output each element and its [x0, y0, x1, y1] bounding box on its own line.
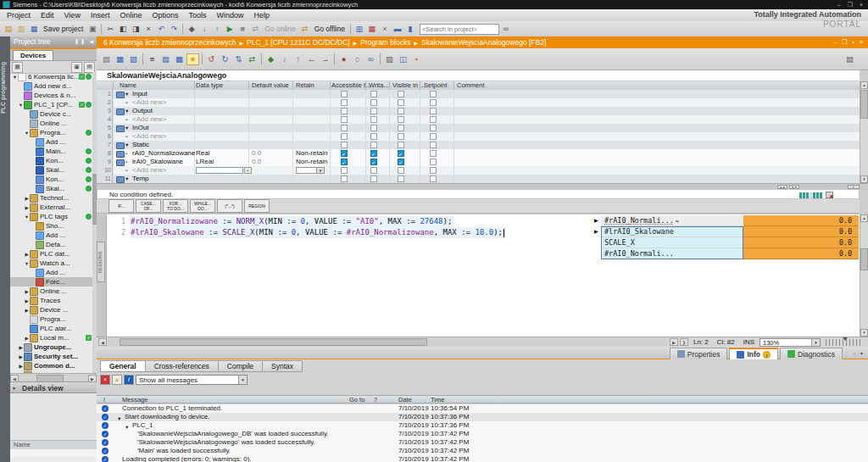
- delete-icon[interactable]: ×: [142, 24, 154, 35]
- tab-devices[interactable]: Devices: [13, 50, 53, 60]
- interface-row-lrai0-skalowane[interactable]: 9▪lrAI0_SkalowaneLReal0.0Non-retain: [97, 158, 860, 166]
- visible-checkbox[interactable]: [398, 125, 404, 131]
- open-project-icon[interactable]: ▥: [15, 24, 27, 35]
- snippet-button-while-do[interactable]: WHILE...DO...: [190, 199, 215, 213]
- snippet-button-case-of[interactable]: CASE...OF...: [136, 199, 161, 213]
- scrollbar-thumb[interactable]: [860, 90, 868, 119]
- snippet-button-region[interactable]: REGION: [244, 199, 270, 213]
- tree-item-plc-1-cp[interactable]: ▼PLC_1 [CP...✓: [10, 100, 92, 109]
- interface-row-add-new[interactable]: 10▪<Add new>▪: [97, 166, 860, 175]
- close-windows-icon[interactable]: ×: [379, 24, 391, 35]
- visible-checkbox[interactable]: [398, 116, 404, 123]
- go-offline-icon[interactable]: ⇄: [299, 24, 311, 35]
- interface-row-temp[interactable]: 11▼Temp: [97, 175, 860, 183]
- upload-block-icon[interactable]: ↑: [292, 53, 304, 65]
- menu-options[interactable]: Options: [147, 11, 183, 19]
- data-type-browse-icon[interactable]: ▪: [244, 167, 252, 174]
- accessible-checkbox[interactable]: [341, 99, 348, 106]
- search-input[interactable]: [420, 24, 499, 35]
- scrollbar-thumb[interactable]: [860, 248, 868, 270]
- expand-arrow-icon[interactable]: ▼: [125, 141, 129, 149]
- writable-checkbox[interactable]: [370, 142, 377, 148]
- retain-cell[interactable]: Non-retain: [296, 149, 327, 158]
- watch-row-rai0-normali[interactable]: ▶#rAI0_Normali...∞0.0: [593, 215, 859, 226]
- tree-item-common-d[interactable]: ▶Common d...: [10, 361, 92, 370]
- visible-checkbox[interactable]: [398, 150, 404, 157]
- message-row[interactable]: ✓'SkalowanieWejsciaAnalogowego_DB' was l…: [97, 430, 868, 438]
- writable-checkbox[interactable]: [370, 175, 377, 182]
- scroll-up-icon[interactable]: ▲: [860, 81, 868, 89]
- tree-details-icon[interactable]: ▣: [71, 62, 82, 73]
- tree-item-progra[interactable]: ▼Progra...: [10, 128, 92, 137]
- interface-row-add-new[interactable]: 6▪<Add new>: [97, 132, 860, 141]
- data-type-input[interactable]: [196, 167, 243, 174]
- vertical-layout-icon[interactable]: ▮: [404, 24, 416, 35]
- collapse-arrow-icon[interactable]: ▶: [24, 289, 30, 294]
- tree-item-kon[interactable]: Kon...: [10, 156, 92, 165]
- setpoint-checkbox[interactable]: [430, 150, 437, 157]
- scroll-down-icon[interactable]: ▼: [860, 329, 868, 337]
- download-block-icon[interactable]: ↓: [278, 53, 291, 65]
- tree-item-device[interactable]: ▶Device ...: [10, 305, 92, 314]
- accessible-checkbox[interactable]: [341, 108, 348, 114]
- print-icon[interactable]: ▣: [86, 24, 98, 35]
- tree-item-main[interactable]: Main...: [10, 147, 92, 156]
- accessible-checkbox[interactable]: [341, 133, 348, 140]
- writable-checkbox[interactable]: [370, 133, 377, 140]
- watch-value[interactable]: 0.0: [743, 215, 859, 226]
- message-row[interactable]: ✓'Main' was loaded successfully.7/10/201…: [97, 447, 868, 455]
- copy-icon[interactable]: ◧: [117, 24, 129, 35]
- horizontal-layout-icon[interactable]: ▬: [392, 24, 403, 35]
- breadcrumb-program-blocks[interactable]: Program blocks: [359, 38, 412, 47]
- scroll-left-icon[interactable]: ◀: [98, 338, 107, 346]
- setpoint-checkbox[interactable]: [430, 91, 437, 97]
- new-project-icon[interactable]: ▤: [3, 24, 14, 35]
- interface-row-input[interactable]: 1▼Input: [97, 90, 860, 98]
- tree-item-plc-alar[interactable]: PLC alar...: [10, 324, 92, 333]
- snapshot-indicator-icon[interactable]: [826, 192, 833, 198]
- reset-start-values-icon[interactable]: ↺: [205, 53, 218, 65]
- visible-checkbox[interactable]: [398, 159, 404, 165]
- watch-row-lrai0-skalowane[interactable]: ▶#lrAI0_Skalowane0.0: [593, 226, 859, 237]
- interface-row-add-new[interactable]: 2▪<Add new>: [97, 98, 860, 107]
- writable-checkbox[interactable]: [370, 150, 377, 157]
- tree-item-skal[interactable]: Skal...: [10, 184, 92, 193]
- tree-item-add[interactable]: Add ...: [10, 268, 92, 277]
- tree-item-sho[interactable]: Sho...: [10, 221, 92, 231]
- table-vertical-scrollbar[interactable]: ▲ ▼: [860, 81, 868, 183]
- watch-value[interactable]: 0.0: [743, 237, 859, 248]
- absolute-symbolic-icon[interactable]: ▨: [383, 53, 396, 65]
- expand-arrow-icon[interactable]: ▼: [125, 124, 129, 132]
- collapse-arrow-icon[interactable]: ▶: [24, 308, 30, 313]
- expand-arrow-icon[interactable]: ▼: [125, 175, 129, 183]
- collapse-arrow-icon[interactable]: ▶: [24, 196, 30, 201]
- scroll-jump-icon[interactable]: ❯: [680, 338, 688, 346]
- tree-item-device-c[interactable]: Device c...: [10, 109, 92, 119]
- menu-online[interactable]: Online: [114, 11, 147, 19]
- add-line-icon[interactable]: ▧: [127, 53, 140, 65]
- expand-arrow-icon[interactable]: ▼: [125, 90, 129, 98]
- setpoint-checkbox[interactable]: [430, 116, 437, 123]
- go-to-previous-icon[interactable]: ←: [305, 53, 318, 65]
- message-row[interactable]: ✓'SkalowanieWejsciaAnalogowego' was load…: [97, 438, 868, 447]
- expand-arrow-icon[interactable]: ▼: [24, 261, 30, 266]
- collapse-arrow-icon[interactable]: ▶: [18, 345, 24, 350]
- collapse-all-icon[interactable]: ▤: [159, 53, 172, 65]
- tree-item-online[interactable]: Online ...: [10, 119, 92, 128]
- tab-general[interactable]: General: [100, 360, 146, 372]
- start-cpu-icon[interactable]: ▶: [224, 24, 236, 35]
- message-row[interactable]: ✓▼PLC_17/10/201910:37:36 PM: [97, 421, 868, 430]
- setpoint-checkbox[interactable]: [430, 125, 437, 131]
- default-value-cell[interactable]: 0.0: [252, 149, 261, 158]
- default-value-cell[interactable]: 0.0: [252, 158, 261, 166]
- tree-item-add[interactable]: Add ...: [10, 137, 92, 147]
- visible-checkbox[interactable]: [398, 175, 404, 182]
- compile-icon[interactable]: ◆: [186, 24, 198, 35]
- visible-checkbox[interactable]: [398, 91, 404, 97]
- watch-value[interactable]: 0.0: [743, 248, 859, 259]
- interface-row-inout[interactable]: 5▼InOut: [97, 124, 860, 132]
- tree-new-window-icon[interactable]: ▤: [84, 62, 95, 73]
- details-view-header[interactable]: ▾ Details view: [10, 381, 97, 393]
- compile-block-icon[interactable]: ◆: [264, 53, 277, 65]
- setpoint-checkbox[interactable]: [430, 167, 437, 174]
